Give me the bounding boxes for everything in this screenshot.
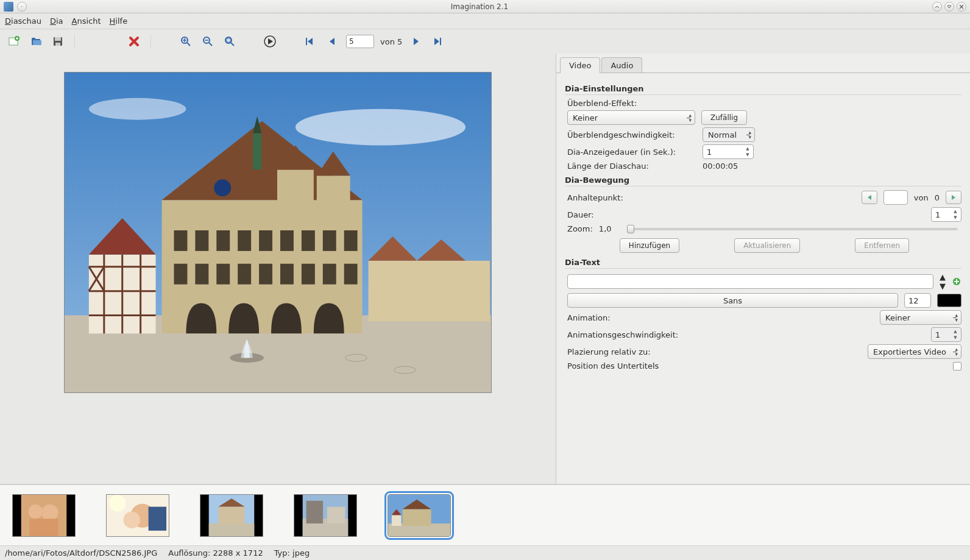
section-slide-settings: Dia-Einstellungen: [565, 84, 961, 95]
status-path: /home/ari/Fotos/Altdorf/DSCN2586.JPG: [5, 548, 157, 558]
svg-point-69: [109, 495, 126, 511]
status-type: Typ: jpeg: [274, 548, 310, 558]
slide-number-input[interactable]: [346, 35, 374, 48]
svg-rect-82: [327, 506, 345, 523]
maximize-button[interactable]: [944, 2, 954, 12]
position-label: Position des Untertitels: [567, 361, 659, 370]
app-icon: [4, 2, 13, 12]
remove-point-button: Entfernen: [855, 238, 909, 253]
section-slide-text: Dia-Text: [565, 258, 961, 269]
anim-speed-label: Animationsgeschwindigkeit:: [567, 330, 678, 339]
minimize-button[interactable]: [932, 2, 942, 12]
svg-point-16: [296, 109, 466, 146]
prev-slide-icon[interactable]: [324, 34, 340, 49]
stop-point-label: Anhaltepunkt:: [567, 193, 623, 202]
play-icon[interactable]: [262, 34, 278, 49]
subtitle-text-input[interactable]: [567, 274, 933, 289]
duration-label: Dia-Anzeigedauer (in Sek.):: [567, 147, 696, 157]
preview-pane: [0, 54, 556, 484]
movement-duration-label: Dauer:: [567, 210, 594, 219]
svg-point-17: [89, 98, 186, 120]
svg-rect-56: [369, 261, 490, 322]
zoom-label: Zoom:: [567, 224, 593, 233]
placement-combo[interactable]: Exportiertes Video▴▾: [868, 344, 961, 359]
svg-rect-32: [259, 230, 272, 251]
anim-speed-spinbox: 1▲▼: [931, 327, 961, 342]
next-slide-icon[interactable]: [408, 34, 424, 49]
tab-audio[interactable]: Audio: [601, 57, 642, 73]
menu-hilfe[interactable]: Hilfe: [110, 16, 128, 26]
svg-rect-28: [174, 230, 187, 251]
stop-of-label: von: [914, 193, 929, 202]
window-menu-button[interactable]: ·: [17, 2, 27, 12]
effect-combo[interactable]: Keiner▴▾: [567, 110, 695, 125]
svg-rect-72: [149, 506, 166, 530]
effect-label: Überblend-Effekt:: [567, 99, 637, 108]
menu-ansicht[interactable]: Ansicht: [72, 16, 101, 26]
thumbnail-3[interactable]: [200, 494, 263, 537]
svg-point-27: [214, 179, 231, 196]
svg-point-71: [123, 511, 140, 528]
slide-of-label: von 5: [380, 37, 402, 46]
save-icon[interactable]: [50, 34, 66, 49]
thumbnail-1[interactable]: [12, 494, 76, 537]
svg-rect-36: [344, 230, 358, 251]
animation-combo[interactable]: Keiner▴▾: [880, 310, 961, 325]
animation-label: Animation:: [567, 313, 611, 322]
window-titlebar: · Imagination 2.1: [0, 0, 970, 13]
stop-point-input[interactable]: [883, 190, 908, 205]
svg-rect-34: [302, 230, 315, 251]
preview-image[interactable]: [64, 72, 492, 393]
text-spinner-icon[interactable]: ▲▼: [940, 272, 946, 291]
duration-spinbox[interactable]: 1▲▼: [703, 144, 754, 159]
svg-rect-13: [306, 38, 307, 45]
right-panel: Video Audio Dia-Einstellungen Überblend-…: [556, 54, 970, 484]
position-checkbox[interactable]: [953, 362, 961, 370]
svg-rect-39: [216, 264, 230, 285]
svg-rect-30: [216, 230, 230, 251]
close-button[interactable]: [957, 2, 966, 12]
thumbnail-5[interactable]: [388, 494, 451, 537]
zoom-value: 1,0: [599, 224, 617, 233]
svg-rect-11: [227, 38, 230, 42]
add-text-icon[interactable]: [952, 277, 961, 286]
thumbnail-strip: [0, 484, 970, 545]
stop-total: 0: [935, 193, 940, 202]
thumbnail-4[interactable]: [294, 494, 357, 537]
delete-icon[interactable]: [126, 34, 142, 49]
open-icon[interactable]: [28, 34, 44, 49]
svg-rect-4: [33, 40, 41, 45]
svg-rect-29: [195, 230, 208, 251]
tab-video[interactable]: Video: [560, 57, 600, 73]
add-point-button[interactable]: Hinzufügen: [620, 238, 679, 253]
svg-rect-25: [253, 133, 261, 170]
toolbar: von 5: [0, 29, 970, 54]
new-slideshow-icon[interactable]: [6, 34, 22, 49]
font-color-button[interactable]: [937, 294, 961, 307]
update-point-button: Aktualisieren: [734, 238, 800, 253]
zoom-out-icon[interactable]: [200, 34, 216, 49]
svg-rect-45: [344, 264, 358, 285]
stop-prev-button[interactable]: [862, 191, 877, 204]
first-slide-icon[interactable]: [302, 34, 318, 49]
svg-rect-21: [277, 169, 314, 206]
menu-dia[interactable]: Dia: [50, 16, 63, 26]
status-resolution: Auflösung: 2288 x 1712: [168, 548, 263, 558]
thumbnail-2[interactable]: [106, 494, 169, 537]
svg-rect-40: [238, 264, 251, 285]
zoom-slider[interactable]: [627, 228, 958, 230]
svg-rect-87: [392, 515, 402, 526]
svg-rect-6: [55, 37, 61, 41]
font-button[interactable]: Sans: [567, 293, 898, 308]
movement-duration-spinbox[interactable]: 1▲▼: [931, 207, 961, 222]
svg-rect-81: [306, 500, 323, 523]
svg-rect-41: [259, 264, 272, 285]
stop-next-button[interactable]: [946, 191, 961, 204]
menu-diaschau[interactable]: Diaschau: [5, 16, 41, 26]
font-size-spinbox[interactable]: 12: [904, 293, 931, 308]
length-label: Länge der Diaschau:: [567, 161, 696, 171]
zoom-fit-icon[interactable]: [222, 34, 238, 49]
zoom-in-icon[interactable]: [178, 34, 194, 49]
last-slide-icon[interactable]: [430, 34, 446, 49]
random-button[interactable]: Zufällig: [701, 110, 747, 125]
